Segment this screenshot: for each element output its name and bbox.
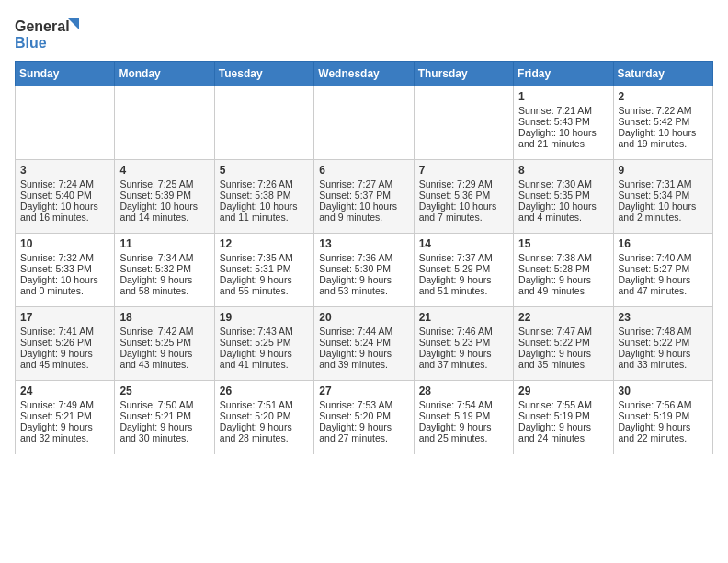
- day-info: Sunset: 5:27 PM: [619, 263, 708, 274]
- day-cell: 4Sunrise: 7:25 AMSunset: 5:39 PMDaylight…: [115, 160, 214, 234]
- day-number: 17: [20, 311, 109, 324]
- day-info: Sunset: 5:40 PM: [20, 190, 109, 201]
- header-cell-tuesday: Tuesday: [214, 62, 313, 86]
- day-number: 22: [518, 311, 608, 324]
- day-cell: 26Sunrise: 7:51 AMSunset: 5:20 PMDayligh…: [214, 381, 313, 454]
- day-info: Daylight: 10 hours and 11 minutes.: [220, 201, 309, 223]
- day-number: 3: [20, 164, 109, 177]
- day-info: Sunrise: 7:42 AM: [119, 326, 209, 337]
- day-cell: 17Sunrise: 7:41 AMSunset: 5:26 PMDayligh…: [16, 307, 115, 381]
- day-info: Sunrise: 7:51 AM: [220, 399, 309, 410]
- day-info: Daylight: 10 hours and 21 minutes.: [518, 127, 608, 149]
- day-cell: 25Sunrise: 7:50 AMSunset: 5:21 PMDayligh…: [115, 381, 214, 454]
- day-info: Sunrise: 7:21 AM: [518, 105, 608, 116]
- header-cell-thursday: Thursday: [414, 62, 513, 86]
- day-info: Sunrise: 7:38 AM: [518, 252, 608, 263]
- day-cell: 6Sunrise: 7:27 AMSunset: 5:37 PMDaylight…: [314, 160, 414, 234]
- week-row-0: 1Sunrise: 7:21 AMSunset: 5:43 PMDaylight…: [16, 86, 713, 160]
- day-cell: 24Sunrise: 7:49 AMSunset: 5:21 PMDayligh…: [16, 381, 115, 454]
- day-number: 6: [319, 164, 408, 177]
- day-info: Sunset: 5:38 PM: [220, 190, 309, 201]
- day-info: Sunrise: 7:56 AM: [619, 399, 708, 410]
- day-info: Sunrise: 7:34 AM: [119, 252, 209, 263]
- day-cell: 2Sunrise: 7:22 AMSunset: 5:42 PMDaylight…: [613, 86, 712, 160]
- day-info: Daylight: 10 hours and 19 minutes.: [619, 127, 708, 149]
- page-header: GeneralBlue: [15, 15, 713, 52]
- day-number: 12: [220, 237, 309, 250]
- svg-text:Blue: Blue: [15, 35, 47, 51]
- day-cell: [314, 86, 414, 160]
- day-number: 5: [220, 164, 309, 177]
- day-info: Sunrise: 7:26 AM: [220, 178, 309, 190]
- day-info: Sunrise: 7:32 AM: [20, 252, 109, 263]
- day-number: 25: [119, 385, 209, 397]
- day-cell: 1Sunrise: 7:21 AMSunset: 5:43 PMDaylight…: [514, 86, 613, 160]
- day-info: Sunset: 5:24 PM: [319, 337, 408, 348]
- day-info: Sunset: 5:28 PM: [518, 263, 608, 274]
- day-info: Sunrise: 7:44 AM: [319, 326, 408, 337]
- day-number: 9: [619, 164, 708, 177]
- day-cell: 16Sunrise: 7:40 AMSunset: 5:27 PMDayligh…: [613, 234, 712, 307]
- day-info: Sunrise: 7:22 AM: [619, 105, 708, 116]
- day-number: 11: [119, 237, 209, 250]
- day-info: Sunset: 5:34 PM: [619, 190, 708, 201]
- header-cell-sunday: Sunday: [16, 62, 115, 86]
- day-info: Sunset: 5:20 PM: [220, 410, 309, 421]
- day-info: Sunset: 5:36 PM: [419, 190, 508, 201]
- day-number: 14: [419, 237, 508, 250]
- day-cell: 18Sunrise: 7:42 AMSunset: 5:25 PMDayligh…: [115, 307, 214, 381]
- day-info: Daylight: 10 hours and 7 minutes.: [419, 201, 508, 223]
- day-cell: 9Sunrise: 7:31 AMSunset: 5:34 PMDaylight…: [613, 160, 712, 234]
- day-info: Daylight: 9 hours and 30 minutes.: [119, 421, 209, 443]
- day-info: Sunrise: 7:48 AM: [619, 326, 708, 337]
- day-info: Sunrise: 7:27 AM: [319, 178, 408, 190]
- day-info: Sunset: 5:42 PM: [619, 116, 708, 127]
- day-cell: [214, 86, 313, 160]
- day-cell: 20Sunrise: 7:44 AMSunset: 5:24 PMDayligh…: [314, 307, 414, 381]
- day-cell: 3Sunrise: 7:24 AMSunset: 5:40 PMDaylight…: [16, 160, 115, 234]
- day-info: Sunrise: 7:24 AM: [20, 178, 109, 190]
- day-info: Sunset: 5:37 PM: [319, 190, 408, 201]
- day-cell: 12Sunrise: 7:35 AMSunset: 5:31 PMDayligh…: [214, 234, 313, 307]
- day-number: 8: [518, 164, 608, 177]
- day-cell: 19Sunrise: 7:43 AMSunset: 5:25 PMDayligh…: [214, 307, 313, 381]
- header-cell-saturday: Saturday: [613, 62, 712, 86]
- day-info: Daylight: 9 hours and 28 minutes.: [220, 421, 309, 443]
- day-cell: 13Sunrise: 7:36 AMSunset: 5:30 PMDayligh…: [314, 234, 414, 307]
- day-info: Sunrise: 7:53 AM: [319, 399, 408, 410]
- day-info: Sunset: 5:21 PM: [119, 410, 209, 421]
- day-info: Daylight: 9 hours and 33 minutes.: [619, 348, 708, 370]
- day-info: Sunrise: 7:43 AM: [220, 326, 309, 337]
- week-row-1: 3Sunrise: 7:24 AMSunset: 5:40 PMDaylight…: [16, 160, 713, 234]
- day-number: 26: [220, 385, 309, 397]
- day-info: Daylight: 9 hours and 39 minutes.: [319, 348, 408, 370]
- day-info: Daylight: 10 hours and 0 minutes.: [20, 274, 109, 296]
- logo-icon: GeneralBlue: [15, 15, 88, 52]
- day-info: Daylight: 9 hours and 51 minutes.: [419, 274, 508, 296]
- day-info: Sunrise: 7:25 AM: [119, 178, 209, 190]
- day-info: Daylight: 10 hours and 2 minutes.: [619, 201, 708, 223]
- day-info: Sunset: 5:19 PM: [518, 410, 608, 421]
- day-info: Sunset: 5:30 PM: [319, 263, 408, 274]
- day-info: Daylight: 9 hours and 25 minutes.: [419, 421, 508, 443]
- day-info: Daylight: 9 hours and 47 minutes.: [619, 274, 708, 296]
- day-info: Daylight: 9 hours and 27 minutes.: [319, 421, 408, 443]
- day-info: Daylight: 9 hours and 45 minutes.: [20, 348, 109, 370]
- day-info: Sunrise: 7:55 AM: [518, 399, 608, 410]
- day-info: Daylight: 9 hours and 55 minutes.: [220, 274, 309, 296]
- day-number: 28: [419, 385, 508, 397]
- day-info: Daylight: 9 hours and 24 minutes.: [518, 421, 608, 443]
- day-info: Daylight: 10 hours and 9 minutes.: [319, 201, 408, 223]
- svg-text:General: General: [15, 18, 70, 34]
- day-info: Sunset: 5:19 PM: [619, 410, 708, 421]
- day-number: 2: [619, 90, 708, 103]
- header-cell-friday: Friday: [514, 62, 613, 86]
- day-number: 20: [319, 311, 408, 324]
- day-info: Sunset: 5:26 PM: [20, 337, 109, 348]
- day-info: Sunrise: 7:40 AM: [619, 252, 708, 263]
- day-number: 21: [419, 311, 508, 324]
- day-info: Sunrise: 7:35 AM: [220, 252, 309, 263]
- day-cell: [414, 86, 513, 160]
- header-cell-monday: Monday: [115, 62, 214, 86]
- day-cell: 14Sunrise: 7:37 AMSunset: 5:29 PMDayligh…: [414, 234, 513, 307]
